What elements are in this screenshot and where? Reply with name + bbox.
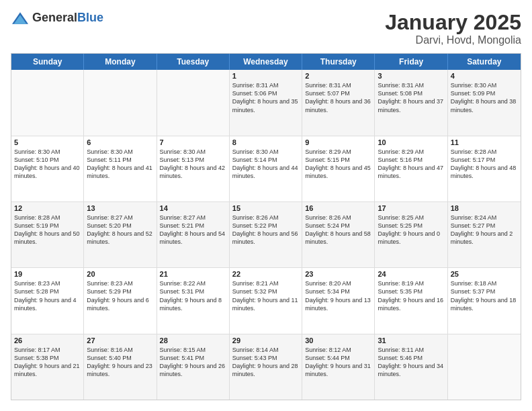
logo: GeneralBlue xyxy=(11,11,103,25)
day-number-16: 16 xyxy=(305,204,371,212)
day-cell-5: 5Sunrise: 8:30 AMSunset: 5:10 PMDaylight… xyxy=(11,136,84,201)
day-cell-8: 8Sunrise: 8:30 AMSunset: 5:14 PMDaylight… xyxy=(230,136,302,201)
day-cell-30: 30Sunrise: 8:12 AMSunset: 5:44 PMDayligh… xyxy=(302,334,375,400)
page: GeneralBlue January 2025 Darvi, Hovd, Mo… xyxy=(0,0,532,411)
day-cell-31: 31Sunrise: 8:11 AMSunset: 5:46 PMDayligh… xyxy=(375,334,447,400)
day-cell-19: 19Sunrise: 8:23 AMSunset: 5:28 PMDayligh… xyxy=(11,268,84,333)
day-info-3: Sunrise: 8:31 AMSunset: 5:08 PMDaylight:… xyxy=(378,81,444,114)
day-info-22: Sunrise: 8:21 AMSunset: 5:32 PMDaylight:… xyxy=(232,279,299,312)
week-5: 26Sunrise: 8:17 AMSunset: 5:38 PMDayligh… xyxy=(11,334,521,400)
day-number-17: 17 xyxy=(378,204,444,212)
day-cell-11: 11Sunrise: 8:28 AMSunset: 5:17 PMDayligh… xyxy=(448,136,521,201)
day-cell-4: 4Sunrise: 8:30 AMSunset: 5:09 PMDaylight… xyxy=(448,70,521,135)
day-number-20: 20 xyxy=(87,270,153,278)
empty-cell-4-6 xyxy=(448,334,521,400)
calendar-title: January 2025 xyxy=(385,11,521,34)
weekday-friday: Friday xyxy=(375,54,447,70)
day-info-9: Sunrise: 8:29 AMSunset: 5:15 PMDaylight:… xyxy=(305,148,371,181)
title-block: January 2025 Darvi, Hovd, Mongolia xyxy=(385,11,521,46)
day-info-28: Sunrise: 8:15 AMSunset: 5:41 PMDaylight:… xyxy=(160,346,226,379)
day-number-23: 23 xyxy=(305,270,371,278)
day-cell-24: 24Sunrise: 8:19 AMSunset: 5:35 PMDayligh… xyxy=(375,268,447,333)
day-info-26: Sunrise: 8:17 AMSunset: 5:38 PMDaylight:… xyxy=(14,346,81,379)
weekday-wednesday: Wednesday xyxy=(230,54,302,70)
day-number-2: 2 xyxy=(305,72,371,80)
day-info-11: Sunrise: 8:28 AMSunset: 5:17 PMDaylight:… xyxy=(451,148,518,181)
day-number-15: 15 xyxy=(232,204,299,212)
logo-icon xyxy=(11,11,30,25)
day-number-29: 29 xyxy=(232,336,299,345)
day-cell-21: 21Sunrise: 8:22 AMSunset: 5:31 PMDayligh… xyxy=(157,268,230,333)
day-number-22: 22 xyxy=(232,270,299,278)
logo-blue: Blue xyxy=(77,11,103,24)
day-number-25: 25 xyxy=(451,270,518,278)
day-cell-22: 22Sunrise: 8:21 AMSunset: 5:32 PMDayligh… xyxy=(230,268,302,333)
day-info-18: Sunrise: 8:24 AMSunset: 5:27 PMDaylight:… xyxy=(451,214,518,246)
day-cell-2: 2Sunrise: 8:31 AMSunset: 5:07 PMDaylight… xyxy=(302,70,375,135)
day-cell-6: 6Sunrise: 8:30 AMSunset: 5:11 PMDaylight… xyxy=(84,136,157,201)
day-number-31: 31 xyxy=(378,336,444,345)
day-number-14: 14 xyxy=(160,204,226,212)
day-cell-28: 28Sunrise: 8:15 AMSunset: 5:41 PMDayligh… xyxy=(157,334,230,400)
day-cell-17: 17Sunrise: 8:25 AMSunset: 5:25 PMDayligh… xyxy=(375,202,447,267)
day-info-10: Sunrise: 8:29 AMSunset: 5:16 PMDaylight:… xyxy=(378,148,444,181)
day-number-28: 28 xyxy=(160,336,226,345)
day-cell-23: 23Sunrise: 8:20 AMSunset: 5:34 PMDayligh… xyxy=(302,268,375,333)
day-info-27: Sunrise: 8:16 AMSunset: 5:40 PMDaylight:… xyxy=(87,346,153,379)
weekday-sunday: Sunday xyxy=(11,54,84,70)
day-cell-18: 18Sunrise: 8:24 AMSunset: 5:27 PMDayligh… xyxy=(448,202,521,267)
day-number-7: 7 xyxy=(160,138,226,146)
day-number-30: 30 xyxy=(305,336,371,345)
day-cell-20: 20Sunrise: 8:23 AMSunset: 5:29 PMDayligh… xyxy=(84,268,157,333)
day-number-5: 5 xyxy=(14,138,81,146)
day-number-9: 9 xyxy=(305,138,371,146)
weekday-monday: Monday xyxy=(84,54,157,70)
day-number-10: 10 xyxy=(378,138,444,146)
calendar-subtitle: Darvi, Hovd, Mongolia xyxy=(385,34,521,46)
day-number-11: 11 xyxy=(451,138,518,146)
day-cell-16: 16Sunrise: 8:26 AMSunset: 5:24 PMDayligh… xyxy=(302,202,375,267)
day-info-12: Sunrise: 8:28 AMSunset: 5:19 PMDaylight:… xyxy=(14,214,81,246)
day-cell-10: 10Sunrise: 8:29 AMSunset: 5:16 PMDayligh… xyxy=(375,136,447,201)
calendar-header: Sunday Monday Tuesday Wednesday Thursday… xyxy=(11,54,521,70)
day-info-30: Sunrise: 8:12 AMSunset: 5:44 PMDaylight:… xyxy=(305,346,371,379)
day-cell-13: 13Sunrise: 8:27 AMSunset: 5:20 PMDayligh… xyxy=(84,202,157,267)
empty-cell-0-0 xyxy=(11,70,84,135)
day-info-1: Sunrise: 8:31 AMSunset: 5:06 PMDaylight:… xyxy=(232,81,299,114)
day-cell-27: 27Sunrise: 8:16 AMSunset: 5:40 PMDayligh… xyxy=(84,334,157,400)
day-info-15: Sunrise: 8:26 AMSunset: 5:22 PMDaylight:… xyxy=(232,214,299,246)
day-number-13: 13 xyxy=(87,204,153,212)
day-info-7: Sunrise: 8:30 AMSunset: 5:13 PMDaylight:… xyxy=(160,148,226,181)
day-number-1: 1 xyxy=(232,72,299,80)
day-info-23: Sunrise: 8:20 AMSunset: 5:34 PMDaylight:… xyxy=(305,279,371,312)
week-1: 1Sunrise: 8:31 AMSunset: 5:06 PMDaylight… xyxy=(11,70,521,136)
day-info-2: Sunrise: 8:31 AMSunset: 5:07 PMDaylight:… xyxy=(305,81,371,114)
day-number-24: 24 xyxy=(378,270,444,278)
day-info-31: Sunrise: 8:11 AMSunset: 5:46 PMDaylight:… xyxy=(378,346,444,379)
day-cell-29: 29Sunrise: 8:14 AMSunset: 5:43 PMDayligh… xyxy=(230,334,302,400)
day-number-6: 6 xyxy=(87,138,153,146)
day-cell-12: 12Sunrise: 8:28 AMSunset: 5:19 PMDayligh… xyxy=(11,202,84,267)
week-2: 5Sunrise: 8:30 AMSunset: 5:10 PMDaylight… xyxy=(11,136,521,202)
logo-general: General xyxy=(32,11,77,24)
empty-cell-0-1 xyxy=(84,70,157,135)
header: GeneralBlue January 2025 Darvi, Hovd, Mo… xyxy=(11,11,521,46)
day-cell-15: 15Sunrise: 8:26 AMSunset: 5:22 PMDayligh… xyxy=(230,202,302,267)
week-3: 12Sunrise: 8:28 AMSunset: 5:19 PMDayligh… xyxy=(11,202,521,268)
weekday-saturday: Saturday xyxy=(448,54,521,70)
day-info-4: Sunrise: 8:30 AMSunset: 5:09 PMDaylight:… xyxy=(451,81,518,114)
day-number-3: 3 xyxy=(378,72,444,80)
day-number-27: 27 xyxy=(87,336,153,345)
day-cell-1: 1Sunrise: 8:31 AMSunset: 5:06 PMDaylight… xyxy=(230,70,302,135)
day-number-8: 8 xyxy=(232,138,299,146)
day-info-21: Sunrise: 8:22 AMSunset: 5:31 PMDaylight:… xyxy=(160,279,226,312)
day-cell-3: 3Sunrise: 8:31 AMSunset: 5:08 PMDaylight… xyxy=(375,70,447,135)
day-info-16: Sunrise: 8:26 AMSunset: 5:24 PMDaylight:… xyxy=(305,214,371,246)
calendar-body: 1Sunrise: 8:31 AMSunset: 5:06 PMDaylight… xyxy=(11,70,521,400)
day-info-17: Sunrise: 8:25 AMSunset: 5:25 PMDaylight:… xyxy=(378,214,444,246)
day-info-25: Sunrise: 8:18 AMSunset: 5:37 PMDaylight:… xyxy=(451,279,518,312)
day-info-19: Sunrise: 8:23 AMSunset: 5:28 PMDaylight:… xyxy=(14,279,81,312)
day-number-4: 4 xyxy=(451,72,518,80)
week-4: 19Sunrise: 8:23 AMSunset: 5:28 PMDayligh… xyxy=(11,268,521,334)
day-info-29: Sunrise: 8:14 AMSunset: 5:43 PMDaylight:… xyxy=(232,346,299,379)
